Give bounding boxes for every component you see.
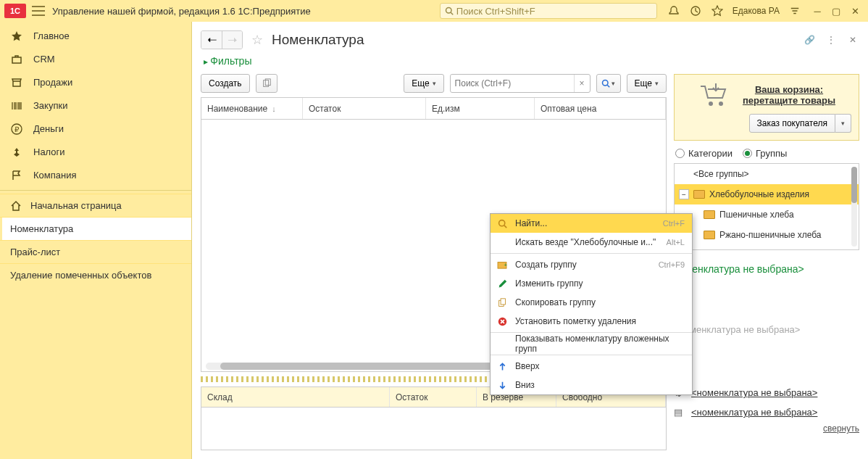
svg-point-12 <box>498 220 504 226</box>
settings-icon[interactable] <box>788 4 801 17</box>
link-icon[interactable]: 🔗 <box>803 35 816 45</box>
svg-line-13 <box>504 225 506 227</box>
column-header[interactable]: Остаток <box>390 387 477 407</box>
info-link-2[interactable]: <номенклатура не выбрана> <box>691 407 817 418</box>
sidebar-sub-Прайс-лист[interactable]: Прайс-лист <box>0 240 191 263</box>
svg-line-1 <box>451 12 453 15</box>
bottom-table[interactable]: СкладОстатокВ резервеСвободно <box>201 386 667 450</box>
context-menu-item[interactable]: Показывать номенклатуру вложенных групп <box>491 334 692 353</box>
sidebar-item-CRM[interactable]: CRM <box>0 48 191 71</box>
sidebar-sub-Удаление помеченных объектов[interactable]: Удаление помеченных объектов <box>0 263 191 286</box>
sidebar-item-Продажи[interactable]: Продажи <box>0 71 191 94</box>
sidebar-item-Налоги[interactable]: Налоги <box>0 141 191 164</box>
customer-order-button[interactable]: Заказ покупателя <box>749 114 835 133</box>
column-header[interactable]: Ед.изм <box>426 98 535 119</box>
svg-text:+: + <box>504 262 507 268</box>
svg-point-10 <box>709 102 713 106</box>
sidebar-item-Компания[interactable]: Компания <box>0 164 191 187</box>
groups-tree[interactable]: <Все группы> −Хлебобулочные изделия Пшен… <box>674 163 859 250</box>
customer-order-dropdown[interactable]: ▾ <box>835 114 851 133</box>
sidebar-sub-Номенклатура[interactable]: Номенклатура <box>0 217 191 240</box>
column-header[interactable]: Склад <box>201 387 390 407</box>
column-header[interactable]: Оптовая цена <box>535 98 666 119</box>
app-logo: 1C <box>4 4 26 18</box>
tree-item[interactable]: Пшеничные хлеба <box>675 204 859 225</box>
close-button[interactable]: ✕ <box>846 3 864 19</box>
favorite-icon[interactable]: ☆ <box>251 32 263 48</box>
tree-root[interactable]: <Все группы> <box>675 164 859 184</box>
bell-icon[interactable] <box>667 4 680 17</box>
sidebar-item-Главное[interactable]: Главное <box>0 25 191 48</box>
context-menu-item[interactable]: Вниз <box>491 376 692 394</box>
back-button[interactable]: 🠐 <box>201 31 222 49</box>
cart-link[interactable]: Ваша корзина: перетащите товары <box>743 84 835 106</box>
cart-icon <box>698 82 730 108</box>
window-controls: ─ ▢ ✕ <box>809 3 864 19</box>
app-title: Управление нашей фирмой, редакция 1.6 1С… <box>52 6 311 17</box>
search-go-button[interactable]: ▾ <box>596 74 621 93</box>
tree-scrollbar[interactable] <box>851 167 857 247</box>
folder-icon <box>704 231 715 239</box>
context-menu-item[interactable]: Искать везде "Хлебобулочные и..."Alt+L <box>491 233 692 252</box>
ruble-icon: ₽ <box>10 123 23 136</box>
filters-toggle[interactable]: Фильтры <box>204 55 251 67</box>
content-header: 🠐 🠒 ☆ Номенклатура 🔗 ⋮ ✕ <box>201 28 859 52</box>
doc-icon: ▤ <box>674 407 685 418</box>
kebab-icon[interactable]: ⋮ <box>825 35 838 45</box>
folder-icon <box>693 190 705 199</box>
page-title: Номенклатура <box>272 32 364 48</box>
sidebar-sub-Начальная страница[interactable]: Начальная страница <box>0 194 191 217</box>
context-menu: Найти...Ctrl+FИскать везде "Хлебобулочны… <box>490 213 693 395</box>
collapse-link[interactable]: свернуть <box>674 423 859 434</box>
home-icon <box>10 200 22 212</box>
context-menu-item[interactable]: Изменить группу <box>491 274 692 293</box>
context-menu-item[interactable]: Установить пометку удаления <box>491 312 692 331</box>
minimize-button[interactable]: ─ <box>809 3 826 19</box>
create-button[interactable]: Создать <box>201 74 250 93</box>
context-menu-item[interactable]: Найти...Ctrl+F <box>491 214 692 233</box>
sidebar: ГлавноеCRMПродажиЗакупки₽ДеньгиНалогиКом… <box>0 22 192 459</box>
clear-search-icon[interactable]: × <box>574 75 590 92</box>
column-header[interactable]: Остаток <box>303 98 426 119</box>
arrow-up-icon <box>496 360 508 372</box>
global-search-placeholder: Поиск Ctrl+Shift+F <box>456 6 535 17</box>
close-tab-icon[interactable]: ✕ <box>846 35 859 45</box>
cart-box: Ваша корзина: перетащите товары Заказ по… <box>674 74 859 141</box>
more-button-2[interactable]: Еще▾ <box>627 74 667 93</box>
sidebar-item-Деньги[interactable]: ₽Деньги <box>0 117 191 141</box>
flag-icon <box>10 169 23 182</box>
info-link-1[interactable]: <номенклатура не выбрана> <box>691 387 817 398</box>
tree-selected[interactable]: −Хлебобулочные изделия <box>675 184 859 204</box>
sidebar-item-Закупки[interactable]: Закупки <box>0 94 191 117</box>
global-search[interactable]: Поиск Ctrl+Shift+F <box>440 3 657 19</box>
delete-mark-icon <box>496 315 508 327</box>
maximize-button[interactable]: ▢ <box>827 3 845 19</box>
svg-rect-3 <box>12 57 21 63</box>
view-mode-radios: Категории Группы <box>674 141 859 163</box>
user-name[interactable]: Едакова РА <box>733 6 780 16</box>
toolbar: Создать Еще▾ × ▾ Еще▾ <box>201 74 667 93</box>
svg-rect-17 <box>501 298 506 304</box>
info-selected-green: номенклатура не выбрана> <box>674 263 859 275</box>
context-menu-item[interactable]: Вверх <box>491 357 692 376</box>
radio-categories[interactable]: Категории <box>675 148 733 159</box>
history-icon[interactable] <box>689 4 702 17</box>
create-copy-button[interactable] <box>256 74 277 93</box>
svg-point-11 <box>719 102 723 106</box>
eagle-icon <box>10 146 23 159</box>
blank-icon <box>496 338 508 350</box>
context-menu-item[interactable]: +Создать группуCtrl+F9 <box>491 255 692 274</box>
column-header[interactable]: Наименование <box>201 98 303 119</box>
forward-button[interactable]: 🠒 <box>222 31 242 49</box>
topbar-actions: Едакова РА <box>667 4 801 17</box>
context-menu-item[interactable]: Скопировать группу <box>491 293 692 312</box>
barcode-icon <box>10 99 23 112</box>
arrow-down-icon <box>496 379 508 391</box>
star-icon[interactable] <box>711 4 724 17</box>
collapse-icon[interactable]: − <box>679 189 689 199</box>
table-search-input[interactable] <box>451 75 574 91</box>
more-button-1[interactable]: Еще▾ <box>404 74 443 93</box>
menu-icon[interactable] <box>32 6 45 16</box>
radio-groups[interactable]: Группы <box>743 148 787 159</box>
tree-item[interactable]: Ржано-пшеничные хлеба <box>675 225 859 245</box>
